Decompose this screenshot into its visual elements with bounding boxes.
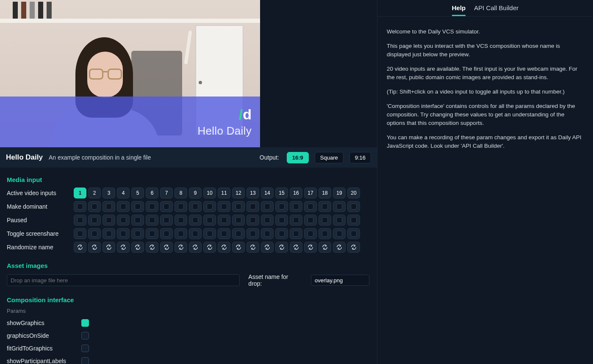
screenshare-toggle-16[interactable] — [290, 228, 302, 239]
dominant-toggle-8[interactable] — [175, 201, 187, 212]
screenshare-toggle-5[interactable] — [131, 228, 144, 239]
param-checkbox-showParticipantLabels[interactable] — [81, 357, 89, 364]
paused-toggle-11[interactable] — [218, 215, 230, 226]
dominant-toggle-16[interactable] — [290, 201, 302, 212]
tab-api-call-builder[interactable]: API Call Builder — [474, 4, 518, 16]
randomize-name-button-6[interactable] — [146, 242, 158, 253]
randomize-name-button-1[interactable] — [74, 242, 86, 253]
randomize-name-button-14[interactable] — [261, 242, 274, 253]
asset-name-input[interactable] — [311, 275, 369, 286]
randomize-name-button-7[interactable] — [160, 242, 173, 253]
screenshare-toggle-14[interactable] — [261, 228, 274, 239]
dominant-toggle-18[interactable] — [319, 201, 331, 212]
video-input-13[interactable]: 13 — [247, 188, 259, 199]
paused-toggle-2[interactable] — [88, 215, 101, 226]
randomize-name-button-16[interactable] — [290, 242, 302, 253]
video-input-19[interactable]: 19 — [333, 188, 346, 199]
ratio-square-button[interactable]: Square — [315, 152, 344, 163]
screenshare-toggle-4[interactable] — [117, 228, 130, 239]
paused-toggle-16[interactable] — [290, 215, 302, 226]
screenshare-toggle-7[interactable] — [160, 228, 173, 239]
video-input-14[interactable]: 14 — [261, 188, 274, 199]
dominant-toggle-5[interactable] — [131, 201, 144, 212]
screenshare-toggle-9[interactable] — [189, 228, 202, 239]
paused-toggle-9[interactable] — [189, 215, 202, 226]
screenshare-toggle-2[interactable] — [88, 228, 101, 239]
video-input-8[interactable]: 8 — [175, 188, 187, 199]
dominant-toggle-7[interactable] — [160, 201, 173, 212]
screenshare-toggle-6[interactable] — [146, 228, 158, 239]
paused-toggle-20[interactable] — [347, 215, 360, 226]
randomize-name-button-19[interactable] — [333, 242, 346, 253]
dominant-toggle-15[interactable] — [275, 201, 288, 212]
screenshare-toggle-19[interactable] — [333, 228, 346, 239]
video-input-2[interactable]: 2 — [88, 188, 101, 199]
video-input-12[interactable]: 12 — [232, 188, 245, 199]
dominant-toggle-20[interactable] — [347, 201, 360, 212]
dominant-toggle-17[interactable] — [304, 201, 317, 212]
paused-toggle-7[interactable] — [160, 215, 173, 226]
screenshare-toggle-3[interactable] — [103, 228, 115, 239]
dominant-toggle-2[interactable] — [88, 201, 101, 212]
screenshare-toggle-8[interactable] — [175, 228, 187, 239]
paused-toggle-3[interactable] — [103, 215, 115, 226]
paused-toggle-14[interactable] — [261, 215, 274, 226]
asset-drop-input[interactable] — [7, 274, 240, 286]
randomize-name-button-5[interactable] — [131, 242, 144, 253]
dominant-toggle-1[interactable] — [74, 201, 86, 212]
video-input-9[interactable]: 9 — [189, 188, 202, 199]
dominant-toggle-3[interactable] — [103, 201, 115, 212]
screenshare-toggle-13[interactable] — [247, 228, 259, 239]
randomize-name-button-13[interactable] — [247, 242, 259, 253]
param-checkbox-fitGridToGraphics[interactable] — [81, 345, 89, 352]
paused-toggle-18[interactable] — [319, 215, 331, 226]
paused-toggle-8[interactable] — [175, 215, 187, 226]
video-input-16[interactable]: 16 — [290, 188, 302, 199]
video-input-1[interactable]: 1 — [74, 188, 86, 199]
dominant-toggle-13[interactable] — [247, 201, 259, 212]
dominant-toggle-10[interactable] — [203, 201, 216, 212]
screenshare-toggle-11[interactable] — [218, 228, 230, 239]
randomize-name-button-11[interactable] — [218, 242, 230, 253]
paused-toggle-1[interactable] — [74, 215, 86, 226]
screenshare-toggle-20[interactable] — [347, 228, 360, 239]
paused-toggle-15[interactable] — [275, 215, 288, 226]
param-checkbox-showGraphics[interactable] — [81, 319, 89, 327]
randomize-name-button-8[interactable] — [175, 242, 187, 253]
video-input-3[interactable]: 3 — [103, 188, 115, 199]
video-input-18[interactable]: 18 — [319, 188, 331, 199]
dominant-toggle-14[interactable] — [261, 201, 274, 212]
paused-toggle-19[interactable] — [333, 215, 346, 226]
screenshare-toggle-12[interactable] — [232, 228, 245, 239]
dominant-toggle-19[interactable] — [333, 201, 346, 212]
randomize-name-button-4[interactable] — [117, 242, 130, 253]
screenshare-toggle-17[interactable] — [304, 228, 317, 239]
screenshare-toggle-1[interactable] — [74, 228, 86, 239]
randomize-name-button-12[interactable] — [232, 242, 245, 253]
screenshare-toggle-15[interactable] — [275, 228, 288, 239]
tab-help[interactable]: Help — [452, 4, 466, 16]
randomize-name-button-2[interactable] — [88, 242, 101, 253]
dominant-toggle-12[interactable] — [232, 201, 245, 212]
paused-toggle-6[interactable] — [146, 215, 158, 226]
controls-scroll[interactable]: Media input Active video inputs 12345678… — [0, 168, 377, 364]
paused-toggle-4[interactable] — [117, 215, 130, 226]
video-input-20[interactable]: 20 — [347, 188, 360, 199]
randomize-name-button-3[interactable] — [103, 242, 115, 253]
randomize-name-button-20[interactable] — [347, 242, 360, 253]
screenshare-toggle-18[interactable] — [319, 228, 331, 239]
paused-toggle-10[interactable] — [203, 215, 216, 226]
video-input-17[interactable]: 17 — [304, 188, 317, 199]
dominant-toggle-11[interactable] — [218, 201, 230, 212]
randomize-name-button-17[interactable] — [304, 242, 317, 253]
video-input-10[interactable]: 10 — [203, 188, 216, 199]
dominant-toggle-6[interactable] — [146, 201, 158, 212]
ratio-16-9-button[interactable]: 16:9 — [287, 152, 309, 163]
dominant-toggle-4[interactable] — [117, 201, 130, 212]
randomize-name-button-9[interactable] — [189, 242, 202, 253]
paused-toggle-5[interactable] — [131, 215, 144, 226]
paused-toggle-12[interactable] — [232, 215, 245, 226]
video-input-4[interactable]: 4 — [117, 188, 130, 199]
ratio-9-16-button[interactable]: 9:16 — [349, 152, 371, 163]
video-input-6[interactable]: 6 — [146, 188, 158, 199]
